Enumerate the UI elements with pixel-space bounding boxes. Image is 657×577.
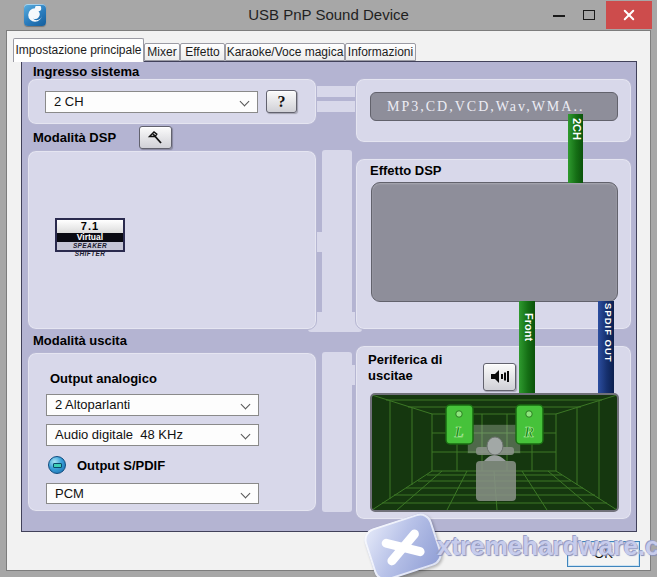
output-spdif-heading: Output S/PDIF <box>77 458 165 473</box>
spdif-icon <box>48 456 66 474</box>
ingresso-sistema-heading: Ingresso sistema <box>33 64 139 79</box>
tab-impostazione-principale[interactable]: Impostazione principale <box>13 38 144 62</box>
tab-karaoke-voce-magica[interactable]: Karaoke/Voce magica <box>225 43 345 61</box>
analog-speakers-value: 2 Altoparlanti <box>55 395 130 415</box>
channel-count-value: 2 CH <box>54 92 84 112</box>
close-button[interactable] <box>606 1 652 29</box>
sample-rate-select[interactable]: Audio digitale 48 KHz <box>46 424 259 446</box>
spdif-format-value: PCM <box>55 484 84 504</box>
svg-text:L: L <box>453 424 463 440</box>
chevron-down-icon <box>241 489 251 499</box>
sample-rate-value: Audio digitale 48 KHz <box>55 425 183 445</box>
dsp-settings-button[interactable] <box>139 126 172 149</box>
maximize-icon <box>583 10 595 20</box>
modalita-uscita-heading: Modalità uscita <box>33 333 127 348</box>
periferica-line2: uscitae <box>368 368 442 384</box>
pipe-front: Front <box>519 301 535 393</box>
output-analogico-heading: Output analogico <box>50 371 157 386</box>
chevron-down-icon <box>241 400 251 410</box>
pipe-spdif-out: SPDIF OUT <box>598 301 614 393</box>
tab-informazioni[interactable]: Informazioni <box>345 43 416 61</box>
channel-count-select[interactable]: 2 CH <box>45 91 258 113</box>
help-button[interactable]: ? <box>266 90 297 113</box>
connector-pipe <box>312 101 360 112</box>
speaker-icon <box>490 369 510 384</box>
effetto-dsp-display <box>371 182 618 302</box>
badge-speaker-shifter: SPEAKER SHIFTER <box>57 242 123 250</box>
speaker-left[interactable]: L <box>446 405 473 444</box>
minimize-icon <box>553 15 565 17</box>
maximize-button[interactable] <box>574 0 604 29</box>
connector-pipe <box>312 86 360 97</box>
pipe-front-label: Front <box>519 313 535 341</box>
speaker-right[interactable]: R <box>516 405 543 444</box>
svg-text:R: R <box>523 424 534 440</box>
app-window: USB PnP Sound Device Impostazione princi… <box>0 0 657 577</box>
chevron-down-icon <box>241 430 251 440</box>
output-device-button[interactable] <box>483 363 516 391</box>
minimize-button[interactable] <box>544 0 574 29</box>
badge-virtual: Virtual <box>57 233 123 242</box>
tab-effetto[interactable]: Effetto <box>180 43 225 61</box>
spdif-format-select[interactable]: PCM <box>46 483 259 504</box>
effetto-dsp-heading: Effetto DSP <box>370 163 442 178</box>
periferica-uscita-heading: Periferica di uscitae <box>368 352 442 384</box>
pipe-2ch-label: 2CH <box>568 118 583 140</box>
ok-button[interactable]: OK <box>567 541 640 567</box>
virtual-speaker-shifter-badge[interactable]: 7.1 Virtual SPEAKER SHIFTER <box>55 218 125 252</box>
title-bar[interactable]: USB PnP Sound Device <box>0 0 657 30</box>
speaker-room-display: L R <box>370 393 619 512</box>
chevron-down-icon <box>240 97 250 107</box>
tab-mixer[interactable]: Mixer <box>144 43 180 61</box>
modalita-dsp-heading: Modalità DSP <box>33 130 116 145</box>
pipe-spdif-label: SPDIF OUT <box>598 303 614 363</box>
analog-speakers-select[interactable]: 2 Altoparlanti <box>46 394 259 416</box>
spdif-icon-inner <box>53 463 62 468</box>
pipe-2ch: 2CH <box>568 114 583 183</box>
periferica-line1: Periferica di <box>368 352 442 368</box>
hammer-icon <box>147 129 164 146</box>
